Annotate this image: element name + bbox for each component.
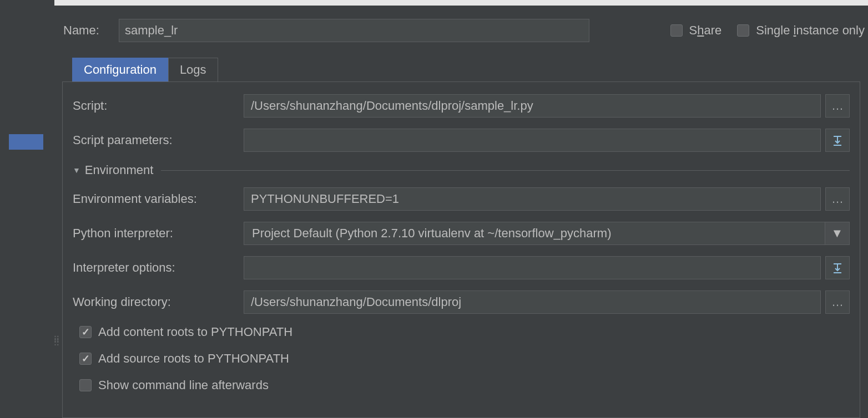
window-titlebar bbox=[0, 0, 868, 6]
chevron-down-icon: ▼ bbox=[831, 226, 844, 241]
dropdown-arrow: ▼ bbox=[825, 222, 849, 244]
ellipsis-icon: … bbox=[831, 99, 844, 113]
script-label: Script: bbox=[73, 99, 244, 113]
script-parameters-label: Script parameters: bbox=[73, 133, 244, 147]
sidebar-selected-item[interactable] bbox=[9, 134, 43, 150]
single-instance-label: Single instance only bbox=[756, 23, 865, 38]
env-vars-label: Environment variables: bbox=[73, 192, 244, 206]
expand-icon bbox=[831, 134, 844, 146]
expand-button[interactable] bbox=[825, 129, 850, 152]
interpreter-label: Python interpreter: bbox=[73, 226, 244, 241]
share-label: Share bbox=[689, 23, 722, 38]
working-dir-label: Working directory: bbox=[73, 295, 244, 309]
configuration-panel: Script: … Script parameters: ▼ Env bbox=[62, 81, 860, 418]
add-source-roots-label: Add source roots to PYTHONPATH bbox=[98, 351, 289, 366]
ellipsis-icon: … bbox=[831, 192, 844, 206]
tab-configuration[interactable]: Configuration bbox=[72, 58, 168, 81]
left-sidebar: ⠿⠿ bbox=[0, 0, 54, 418]
checkbox-checked-icon bbox=[79, 326, 92, 338]
share-checkbox[interactable]: Share bbox=[670, 23, 722, 38]
show-command-line-checkbox[interactable]: Show command line afterwards bbox=[79, 378, 850, 392]
add-content-roots-checkbox[interactable]: Add content roots to PYTHONPATH bbox=[79, 325, 850, 339]
interpreter-select[interactable]: Project Default (Python 2.7.10 virtualen… bbox=[244, 222, 850, 245]
checkbox-checked-icon bbox=[79, 353, 92, 365]
section-divider bbox=[161, 170, 850, 171]
script-input[interactable] bbox=[244, 94, 821, 118]
tab-logs[interactable]: Logs bbox=[168, 58, 218, 81]
drag-handle-icon[interactable]: ⠿⠿ bbox=[53, 338, 59, 345]
checkbox-icon bbox=[670, 24, 683, 37]
environment-section-header[interactable]: ▼ Environment bbox=[73, 163, 850, 177]
checkbox-icon bbox=[737, 24, 749, 37]
browse-button[interactable]: … bbox=[825, 290, 850, 314]
checkbox-icon bbox=[79, 379, 92, 391]
add-content-roots-label: Add content roots to PYTHONPATH bbox=[98, 325, 292, 339]
working-dir-input[interactable] bbox=[244, 290, 821, 314]
expand-button[interactable] bbox=[825, 256, 850, 279]
single-instance-checkbox[interactable]: Single instance only bbox=[737, 23, 865, 38]
ellipsis-icon: … bbox=[831, 295, 844, 309]
script-parameters-input[interactable] bbox=[244, 129, 821, 152]
environment-section-label: Environment bbox=[85, 163, 154, 177]
name-label: Name: bbox=[54, 23, 110, 38]
interpreter-options-input[interactable] bbox=[244, 256, 821, 279]
add-source-roots-checkbox[interactable]: Add source roots to PYTHONPATH bbox=[79, 351, 850, 366]
interpreter-value: Project Default (Python 2.7.10 virtualen… bbox=[244, 222, 825, 244]
show-command-line-label: Show command line afterwards bbox=[98, 378, 269, 392]
browse-button[interactable]: … bbox=[825, 187, 850, 211]
caret-down-icon: ▼ bbox=[73, 166, 80, 175]
browse-button[interactable]: … bbox=[825, 94, 850, 118]
interpreter-options-label: Interpreter options: bbox=[73, 261, 244, 275]
env-vars-input[interactable] bbox=[244, 187, 821, 211]
expand-icon bbox=[831, 262, 844, 274]
name-input[interactable] bbox=[119, 19, 589, 42]
